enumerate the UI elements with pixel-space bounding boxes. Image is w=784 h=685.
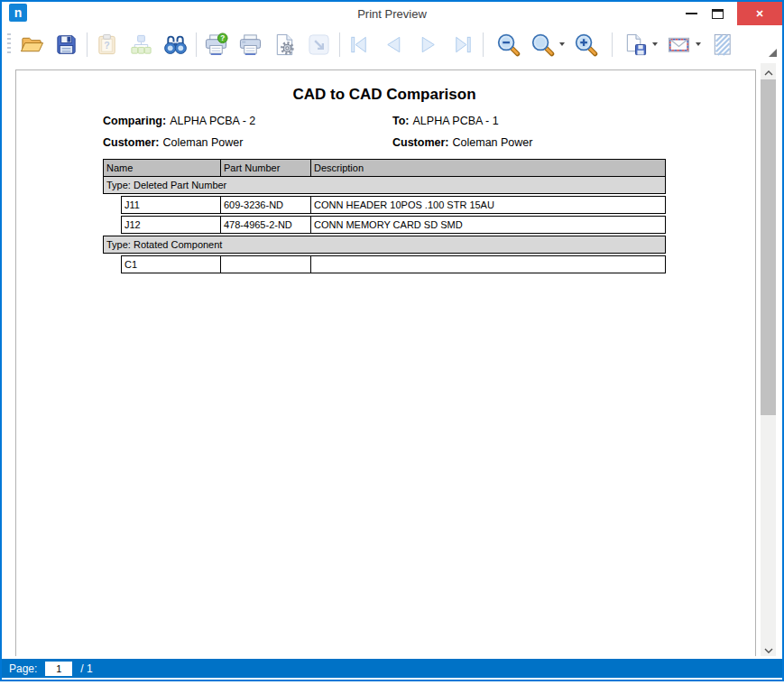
customer-value-right: Coleman Power [453, 136, 533, 149]
customer-label-right: Customer: [392, 136, 449, 149]
customer-value-left: Coleman Power [163, 136, 244, 149]
cell-name: C1 [122, 256, 220, 273]
previous-page-button[interactable] [380, 31, 407, 58]
toolbar-separator [483, 32, 484, 57]
cell-name: J12 [122, 217, 220, 233]
print-preview-window: n Print Preview ✕ [0, 0, 784, 681]
scrollbar-thumb[interactable] [761, 79, 776, 415]
table-row: C1 [121, 255, 666, 273]
comparing-row: Comparing: ALPHA PCBA - 2 To: ALPHA PCBA… [103, 110, 666, 132]
find-button[interactable] [161, 31, 189, 58]
cell-name: J11 [122, 197, 220, 213]
cell-description: CONN HEADER 10POS .100 STR 15AU [310, 197, 665, 213]
open-button[interactable] [18, 31, 45, 58]
last-page-button[interactable] [448, 31, 475, 58]
save-floppy-icon [54, 32, 78, 57]
paste-button[interactable]: ? [93, 31, 120, 58]
toolbar-separator [339, 32, 340, 57]
to-value: ALPHA PCBA - 1 [413, 115, 499, 127]
previous-page-icon [382, 32, 406, 57]
column-header-name: Name [104, 160, 220, 176]
minimize-button[interactable] [678, 2, 705, 25]
first-page-button[interactable] [346, 31, 373, 58]
page-total: / 1 [80, 662, 92, 675]
table-row: J11 609-3236-ND CONN HEADER 10POS .100 S… [121, 196, 666, 214]
page-setup-gear-icon [272, 32, 297, 57]
maximize-button[interactable] [705, 2, 730, 25]
zoom-dropdown-caret[interactable] [559, 42, 565, 46]
table-header-row: Name Part Number Description [103, 159, 666, 177]
page-setup-button[interactable] [271, 31, 298, 58]
export-document-icon [623, 32, 648, 57]
last-page-icon [450, 32, 475, 57]
toolbar-separator [87, 32, 88, 57]
comparison-table: Name Part Number Description Type: Delet… [103, 159, 666, 273]
page-label: Page: [9, 662, 37, 675]
zoom-icon [530, 32, 555, 57]
window-controls: ✕ [678, 2, 782, 25]
report-title: CAD to CAD Comparison [103, 85, 666, 104]
printer-icon [238, 32, 263, 57]
print-button[interactable] [236, 31, 263, 58]
column-header-part-number: Part Number [220, 160, 310, 176]
next-page-button[interactable] [414, 31, 441, 58]
cell-part-number: 478-4965-2-ND [220, 217, 310, 233]
hierarchy-tree-icon [129, 32, 153, 57]
toolbar: ? [2, 25, 782, 63]
save-button[interactable] [52, 31, 79, 58]
cell-part-number [220, 256, 310, 273]
first-page-icon [347, 32, 372, 57]
report-content: CAD to CAD Comparison Comparing: ALPHA P… [103, 85, 666, 273]
watermark-button[interactable] [708, 31, 735, 58]
scale-arrow-icon [307, 32, 331, 57]
export-button[interactable] [622, 31, 649, 58]
open-folder-icon [20, 32, 44, 57]
cell-part-number: 609-3236-ND [220, 197, 310, 213]
scroll-down-button[interactable] [761, 641, 776, 656]
customer-label-left: Customer: [103, 136, 160, 149]
preview-page: CAD to CAD Comparison Comparing: ALPHA P… [15, 69, 756, 656]
zoom-out-icon [496, 32, 521, 57]
binoculars-icon [163, 32, 188, 57]
scale-to-fit-button[interactable] [305, 31, 332, 58]
printer-question-icon: ? [204, 32, 228, 57]
email-dropdown-caret[interactable] [696, 42, 701, 46]
vertical-scrollbar[interactable] [761, 63, 776, 656]
column-header-description: Description [310, 160, 665, 176]
zoom-out-button[interactable] [494, 31, 521, 58]
scroll-up-button[interactable] [761, 63, 776, 79]
email-envelope-icon [667, 32, 691, 57]
app-logo-icon: n [9, 4, 27, 22]
table-group-row: Type: Rotated Component [103, 236, 666, 254]
toolbar-separator [196, 32, 197, 57]
comparing-label: Comparing: [103, 115, 166, 127]
email-button[interactable] [665, 31, 692, 58]
zoom-in-button[interactable] [572, 31, 599, 58]
svg-text:?: ? [220, 34, 225, 42]
to-label: To: [392, 115, 410, 127]
clipboard-question-icon: ? [95, 32, 119, 57]
chevron-up-icon [764, 63, 773, 79]
table-row: J12 478-4965-2-ND CONN MEMORY CARD SD SM… [121, 216, 666, 234]
zoom-button[interactable] [529, 31, 556, 58]
toolbar-grip[interactable] [7, 33, 11, 55]
page-number-input[interactable] [45, 662, 72, 676]
minimize-icon [686, 13, 697, 14]
window-title: Print Preview [357, 7, 427, 21]
status-bar: Page: / 1 [2, 659, 782, 678]
next-page-icon [416, 32, 440, 57]
print-options-button[interactable]: ? [202, 31, 229, 58]
title-bar: n Print Preview ✕ [2, 2, 782, 25]
toolbar-separator [612, 32, 613, 57]
comparing-value: ALPHA PCBA - 2 [170, 115, 255, 127]
zoom-in-icon [574, 32, 598, 57]
svg-text:?: ? [104, 39, 109, 50]
export-dropdown-caret[interactable] [652, 42, 658, 46]
close-button[interactable]: ✕ [737, 2, 782, 25]
chevron-down-icon [764, 641, 773, 657]
toolbar-overflow-button[interactable] [769, 49, 777, 57]
preview-viewport: CAD to CAD Comparison Comparing: ALPHA P… [2, 63, 782, 656]
maximize-icon [712, 9, 724, 19]
customer-row: Customer: Coleman Power Customer: Colema… [103, 132, 666, 153]
hierarchy-button[interactable] [127, 31, 154, 58]
